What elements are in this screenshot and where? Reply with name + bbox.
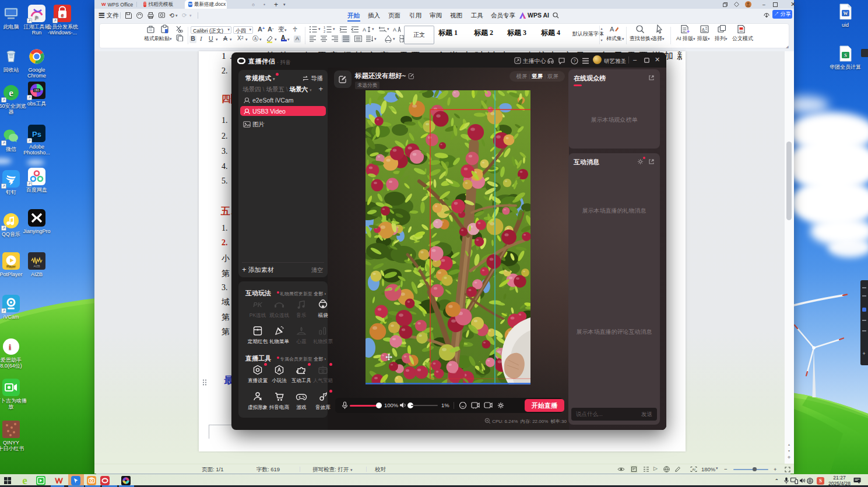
svg-text:e: e <box>61 12 64 18</box>
svg-text:A: A <box>363 27 366 33</box>
svg-text:Player: Player <box>6 264 16 268</box>
svg-text:PK: PK <box>253 301 262 308</box>
svg-text:S: S <box>844 53 847 58</box>
svg-text:1: 1 <box>324 26 325 29</box>
svg-text:AI: AI <box>692 468 695 471</box>
svg-text:AIZB: AIZB <box>33 264 40 268</box>
svg-text:A: A <box>393 27 396 33</box>
svg-text:jh: jh <box>34 15 38 20</box>
svg-text:A: A <box>610 26 614 33</box>
svg-text:e: e <box>9 87 13 98</box>
svg-text:W: W <box>844 11 848 16</box>
svg-text:2: 2 <box>324 30 325 33</box>
svg-text:e: e <box>22 475 27 486</box>
svg-text:OBS: OBS <box>34 89 40 92</box>
svg-text:A: A <box>702 27 705 31</box>
svg-text:i: i <box>9 343 11 351</box>
svg-text:?: ? <box>573 58 575 63</box>
svg-text:Ps: Ps <box>32 130 41 139</box>
